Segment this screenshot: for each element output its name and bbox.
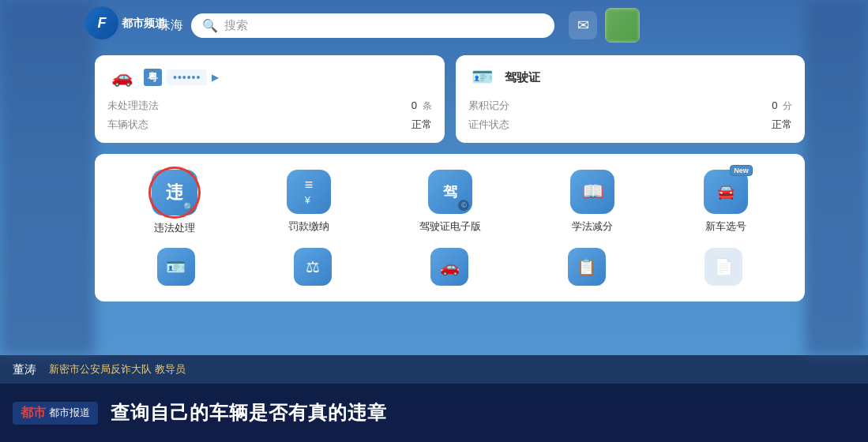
score-label: 累积记分	[468, 99, 509, 113]
person-name: 董涛	[13, 362, 36, 377]
avatar	[605, 8, 640, 43]
violation-label: 未处理违法	[107, 99, 159, 113]
vehicle-status-row: 车辆状态 正常	[107, 118, 432, 132]
func-label-violation: 违法处理	[154, 222, 195, 235]
elicense-icon-text: 驾	[443, 182, 457, 201]
score-unit: 分	[783, 100, 792, 111]
channel-logo: 都市 都市报道	[13, 402, 98, 425]
partial-icon-2-text: ⚖	[306, 257, 320, 276]
function-grid: 违 🔍 违法处理 ≡¥ 罚款缴纳	[107, 170, 792, 235]
avatar-blur	[605, 8, 640, 43]
violation-icon-text: 违	[166, 181, 183, 204]
tv-logo: F 都市频道	[85, 6, 166, 39]
func-icon-study: 📖	[570, 170, 614, 214]
license-icon: 🪪	[468, 66, 497, 88]
study-icon-text: 📖	[582, 182, 603, 202]
license-card-header: 🪪 驾驶证	[468, 66, 793, 88]
fine-icon-text: ≡¥	[305, 178, 314, 206]
func-item-newcar[interactable]: 🚘 New 新车选号	[704, 170, 748, 235]
search-placeholder-text: 搜索	[224, 18, 248, 33]
func-item-elicense[interactable]: 驾 © 驾驶证电子版	[419, 170, 481, 235]
license-status-label: 证件状态	[468, 118, 509, 132]
plate-info: 粤 •••••• ▶	[144, 69, 219, 86]
license-card: 🪪 驾驶证 累积记分 0 分 证件状态 正常	[456, 55, 806, 143]
func-item-partial-2[interactable]: ⚖	[294, 248, 332, 286]
func-item-partial-1[interactable]: 🪪	[157, 248, 195, 286]
func-item-partial-3[interactable]: 🚗	[430, 248, 468, 286]
violation-unit: 条	[423, 100, 432, 111]
plate-arrow: ▶	[212, 72, 219, 83]
func-item-violation[interactable]: 违 🔍 违法处理	[152, 170, 197, 235]
func-row-2: 🪪 ⚖ 🚗 📋	[107, 248, 792, 286]
search-icon: 🔍	[202, 18, 218, 33]
partial-icon-1-text: 🪪	[166, 257, 186, 276]
func-label-study: 学法减分	[572, 220, 613, 234]
header: F 都市频道 珠海 🔍 搜索 ✉	[79, 0, 821, 51]
vehicle-card-header: 🚗 粤 •••••• ▶	[107, 66, 432, 88]
partial-icon-2: ⚖	[294, 248, 332, 286]
func-label-newcar: 新车选号	[705, 220, 746, 234]
partial-icon-1: 🪪	[157, 248, 195, 286]
func-icon-newcar: 🚘 New	[704, 170, 748, 214]
func-label-elicense: 驾驶证电子版	[419, 220, 481, 234]
violation-row: 未处理违法 0 条	[107, 98, 432, 113]
car-icon: 🚗	[107, 66, 136, 88]
cards-row: 🚗 粤 •••••• ▶ 未处理违法 0 条	[79, 55, 821, 143]
partial-icon-3-text: 🚗	[440, 257, 460, 276]
channel-logo-sub: 都市报道	[49, 406, 90, 420]
search-bar[interactable]: 🔍 搜索	[191, 13, 554, 38]
partial-icon-4: 📋	[568, 248, 606, 286]
license-card-rows: 累积记分 0 分 证件状态 正常	[468, 98, 793, 132]
function-card: 违 🔍 违法处理 ≡¥ 罚款缴纳	[95, 154, 805, 302]
func-label-fine: 罚款缴纳	[288, 220, 329, 234]
tv-logo-f-letter: F	[98, 15, 107, 32]
mail-icon[interactable]: ✉	[569, 11, 597, 39]
headline-bar: 都市 都市报道 查询自己的车辆是否有真的违章	[0, 384, 868, 442]
main-content: F 都市频道 珠海 🔍 搜索 ✉ 🚗 粤	[79, 0, 821, 355]
func-icon-fine: ≡¥	[287, 170, 331, 214]
violation-count: 0	[411, 99, 417, 111]
vehicle-status-label: 车辆状态	[107, 118, 148, 132]
headline-text: 查询自己的车辆是否有真的违章	[111, 400, 387, 425]
vehicle-card: 🚗 粤 •••••• ▶ 未处理违法 0 条	[95, 55, 445, 143]
score-count: 0	[772, 99, 777, 111]
person-title: 新密市公安局反诈大队 教导员	[49, 362, 186, 376]
vehicle-card-rows: 未处理违法 0 条 车辆状态 正常	[107, 98, 432, 132]
app-container: F 都市频道 珠海 🔍 搜索 ✉ 🚗 粤	[0, 0, 868, 442]
bottom-bar: 董涛 新密市公安局反诈大队 教导员 都市 都市报道 查询自己的车辆是否有真的违章	[0, 355, 868, 442]
func-item-study[interactable]: 📖 学法减分	[570, 170, 614, 235]
func-item-partial-4[interactable]: 📋	[568, 248, 606, 286]
elicense-c-badge: ©	[458, 200, 469, 211]
search-badge-icon: 🔍	[183, 202, 194, 212]
name-bar: 董涛 新密市公安局反诈大队 教导员	[0, 355, 868, 384]
func-icon-violation-wrapper: 违 🔍	[152, 170, 197, 215]
func-icon-violation: 违 🔍	[152, 170, 197, 215]
partial-icon-5-text: 📄	[714, 257, 734, 276]
license-title: 驾驶证	[505, 70, 540, 85]
partial-icon-3: 🚗	[430, 248, 468, 286]
partial-icon-5: 📄	[705, 248, 742, 286]
newcar-icon-text: 🚘	[717, 183, 735, 200]
score-row: 累积记分 0 分	[468, 98, 793, 113]
tv-logo-text: 都市频道	[122, 17, 166, 30]
plate-number: ••••••	[167, 69, 207, 85]
partial-icon-4-text: 📋	[577, 257, 596, 276]
func-item-fine[interactable]: ≡¥ 罚款缴纳	[287, 170, 331, 235]
new-badge: New	[730, 165, 753, 176]
tv-logo-icon: F	[85, 6, 118, 39]
vehicle-status-value: 正常	[411, 118, 432, 132]
license-status-value: 正常	[772, 118, 792, 132]
channel-logo-icon: 都市	[21, 405, 46, 421]
license-status-row: 证件状态 正常	[468, 118, 793, 132]
plate-prefix: 粤	[144, 69, 162, 86]
func-icon-elicense: 驾 ©	[428, 170, 472, 214]
func-item-partial-5: 📄	[705, 248, 742, 286]
